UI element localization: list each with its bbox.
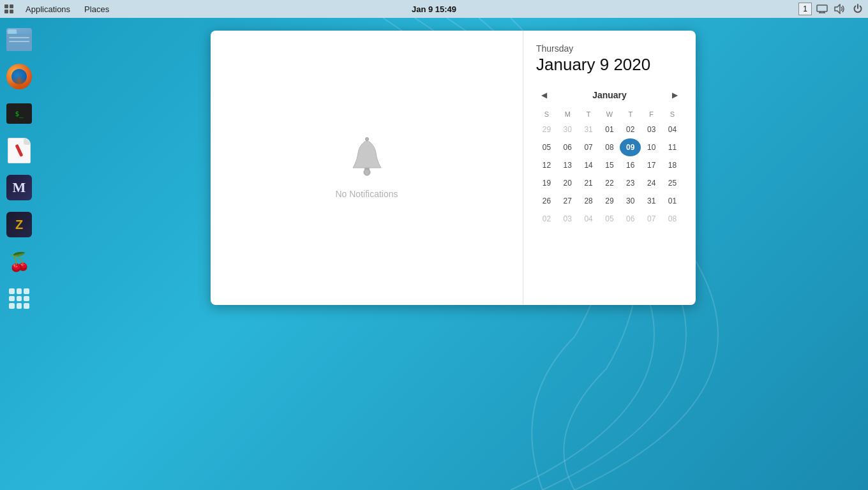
calendar-day[interactable]: 06 xyxy=(557,138,578,156)
calendar-day[interactable]: 02 xyxy=(536,210,557,228)
calendar-day[interactable]: 31 xyxy=(578,121,599,138)
calendar-day[interactable]: 03 xyxy=(557,210,578,228)
calendar-day[interactable]: 05 xyxy=(536,138,557,156)
calendar-day[interactable]: 07 xyxy=(578,138,599,156)
popup-panel: No Notifications Thursday January 9 2020… xyxy=(211,31,696,305)
weekday-fri: F xyxy=(641,108,662,121)
sidebar-icon-file-manager[interactable] xyxy=(4,24,34,55)
calendar-day[interactable]: 08 xyxy=(599,138,620,156)
calendar-day[interactable]: 29 xyxy=(599,192,620,210)
workspace-number[interactable]: 1 xyxy=(798,3,812,15)
calendar-day[interactable]: 21 xyxy=(578,174,599,192)
weekday-sat: S xyxy=(662,108,683,121)
calendar-day[interactable]: 06 xyxy=(620,210,641,228)
svg-marker-4 xyxy=(835,4,840,13)
weekday-sun: S xyxy=(536,108,557,121)
calendar-day[interactable]: 26 xyxy=(536,192,557,210)
clock-datetime[interactable]: Jan 9 15:49 xyxy=(412,4,456,14)
calendar-day[interactable]: 15 xyxy=(599,156,620,174)
bell-icon xyxy=(348,137,386,181)
calendar-day[interactable]: 04 xyxy=(662,121,683,138)
sidebar-icon-app-grid[interactable] xyxy=(4,283,34,314)
svg-point-8 xyxy=(365,137,368,140)
calendar-day[interactable]: 04 xyxy=(578,210,599,228)
calendar-day[interactable]: 30 xyxy=(557,121,578,138)
calendar-day-name: Thursday xyxy=(536,43,683,54)
sidebar-icon-zettlr[interactable]: Z xyxy=(4,209,34,240)
calendar-day[interactable]: 19 xyxy=(536,174,557,192)
calendar-next-btn[interactable]: ▶ xyxy=(668,87,683,103)
svg-rect-0 xyxy=(817,5,827,11)
weekday-wed: W xyxy=(599,108,620,121)
weekday-thu: T xyxy=(620,108,641,121)
power-icon[interactable] xyxy=(850,1,865,17)
calendar-day[interactable]: 17 xyxy=(641,156,662,174)
calendar-day[interactable]: 25 xyxy=(662,174,683,192)
no-notifications-text: No Notifications xyxy=(335,189,398,199)
calendar-day[interactable]: 27 xyxy=(557,192,578,210)
taskbar-right: 1 xyxy=(798,1,868,17)
calendar-day[interactable]: 16 xyxy=(620,156,641,174)
calendar-day[interactable]: 01 xyxy=(662,192,683,210)
calendar-day[interactable]: 03 xyxy=(641,121,662,138)
calendar-day[interactable]: 18 xyxy=(662,156,683,174)
calendar-day[interactable]: 12 xyxy=(536,156,557,174)
calendar-day[interactable]: 28 xyxy=(578,192,599,210)
calendar-day[interactable]: 20 xyxy=(557,174,578,192)
calendar-day[interactable]: 13 xyxy=(557,156,578,174)
calendar-day[interactable]: 01 xyxy=(599,121,620,138)
taskbar-left: Applications Places xyxy=(0,0,116,18)
calendar-day[interactable]: 30 xyxy=(620,192,641,210)
display-icon[interactable] xyxy=(814,1,830,17)
calendar-day[interactable]: 07 xyxy=(641,210,662,228)
svg-point-6 xyxy=(364,169,370,175)
notifications-section: No Notifications xyxy=(211,31,523,305)
calendar-day[interactable]: 11 xyxy=(662,138,683,156)
speaker-icon[interactable] xyxy=(832,1,848,17)
taskbar: Applications Places Jan 9 15:49 1 xyxy=(0,0,868,18)
calendar-day[interactable]: 09 xyxy=(620,138,641,156)
desktop-sidebar: $_ M Z 🍒 xyxy=(0,18,38,314)
sidebar-icon-text-editor[interactable] xyxy=(4,135,34,166)
calendar-month-label: January xyxy=(592,90,627,100)
calendar-day[interactable]: 10 xyxy=(641,138,662,156)
calendar-day[interactable]: 22 xyxy=(599,174,620,192)
calendar-day[interactable]: 29 xyxy=(536,121,557,138)
calendar-day[interactable]: 24 xyxy=(641,174,662,192)
apps-grid-icon[interactable] xyxy=(0,0,18,18)
weekday-mon: M xyxy=(557,108,578,121)
sidebar-icon-terminal[interactable]: $_ xyxy=(4,98,34,129)
weekday-tue: T xyxy=(578,108,599,121)
calendar-day[interactable]: 08 xyxy=(662,210,683,228)
calendar-header: ◀ January ▶ xyxy=(536,87,683,103)
calendar-day[interactable]: 05 xyxy=(599,210,620,228)
calendar-day[interactable]: 31 xyxy=(641,192,662,210)
places-menu[interactable]: Places xyxy=(78,0,116,18)
calendar-grid: S M T W T F S 29303101020304050607080910… xyxy=(536,108,683,228)
sidebar-icon-firefox[interactable] xyxy=(4,61,34,92)
applications-menu[interactable]: Applications xyxy=(19,0,77,18)
sidebar-icon-mark-text[interactable]: M xyxy=(4,172,34,203)
calendar-prev-btn[interactable]: ◀ xyxy=(536,87,551,103)
calendar-section: Thursday January 9 2020 ◀ January ▶ S M … xyxy=(523,31,696,305)
calendar-day[interactable]: 23 xyxy=(620,174,641,192)
calendar-full-date: January 9 2020 xyxy=(536,55,683,75)
calendar-day[interactable]: 02 xyxy=(620,121,641,138)
sidebar-icon-cherry[interactable]: 🍒 xyxy=(4,246,34,277)
calendar-day[interactable]: 14 xyxy=(578,156,599,174)
